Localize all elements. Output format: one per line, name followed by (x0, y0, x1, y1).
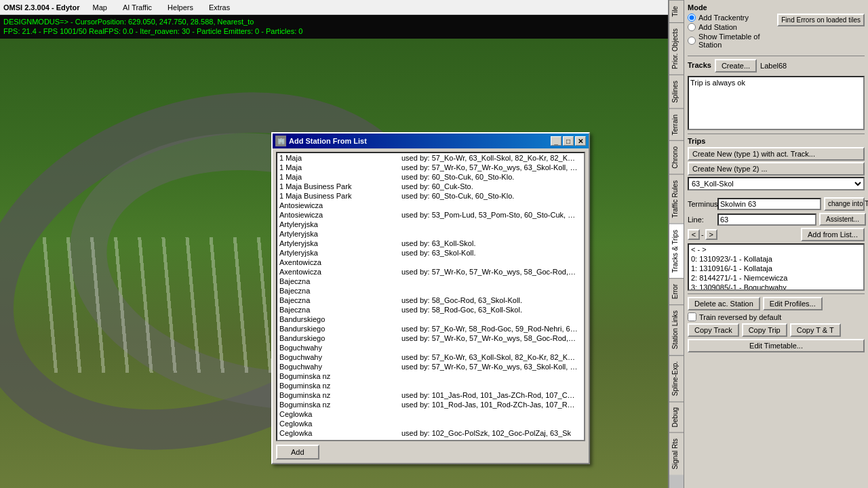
train-reversed-checkbox[interactable] (688, 312, 696, 321)
create-type2-button[interactable]: Create New (type 2) ... (688, 162, 865, 176)
right-panel-tabs: Tile Prior. Objects Splines Terrain Chro… (669, 0, 684, 488)
modal-station-used: used by: 57_Wr-Ko, 57_Wr-Ko_wys, 58_Goc-… (401, 268, 578, 276)
modal-station-row[interactable]: 1 Majaused by: 57_Wr-Ko, 57_Wr-Ko_wys, 6… (277, 163, 584, 172)
modal-station-row[interactable]: Boguminska nzused by: 101_Jas-Rod, 101_J… (277, 390, 584, 400)
right-station-item[interactable]: 2: 8144271/-1 - Niemcewicza (689, 273, 863, 283)
modal-station-row[interactable]: Boguchwahy (277, 343, 584, 352)
tab-spline-exp[interactable]: Spline-Exp. (669, 355, 684, 401)
create-type1-button[interactable]: Create New (type 1) with act. Track... (688, 147, 865, 161)
trip-box-text: Trip is always ok (690, 79, 745, 87)
modal-station-row[interactable]: Artyleryjskaused by: 63_Koll-Skol. (277, 239, 584, 248)
copy-track-button[interactable]: Copy Track (688, 323, 739, 337)
modal-minimize-btn[interactable]: _ (551, 136, 561, 146)
modal-station-used: used by: 60_Sto-Cuk, 60_Sto-Klo. (401, 192, 514, 200)
modal-station-row[interactable]: Axentowicza (277, 258, 584, 267)
modal-station-row[interactable]: Boguminska nzused by: 101_Rod-Jas, 101_R… (277, 400, 584, 409)
edit-timetable-button[interactable]: Edit Timetable... (688, 339, 865, 352)
tab-tracks-trips[interactable]: Tracks & Trips (669, 224, 684, 279)
modal-station-used: used by: 102_Goc-PolSzk, 102_Goc-PolZaj,… (401, 429, 571, 437)
modal-station-row[interactable]: Bajecznaused by: 58_Goc-Rod, 63_Skol-Kol… (277, 296, 584, 305)
nav-back-button[interactable]: < (688, 229, 700, 240)
modal-content: 1 Majaused by: 57_Ko-Wr, 63_Koll-Skol, 8… (273, 148, 589, 463)
right-panel-content: Mode Add Trackentry Add Station Show Tim… (684, 0, 868, 488)
tab-terrain[interactable]: Terrain (669, 108, 684, 141)
copy-trip-button[interactable]: Copy Trip (742, 323, 787, 337)
modal-station-name: Boguminska nz (279, 391, 401, 399)
tab-station-links[interactable]: Station Links (669, 304, 684, 354)
change-type-button[interactable]: change into Type 2 (824, 197, 865, 211)
right-station-item[interactable]: < - > (689, 245, 863, 254)
modal-station-row[interactable]: Boguchwahyused by: 57_Wr-Ko, 57_Wr-Ko_wy… (277, 362, 584, 371)
modal-station-row[interactable]: Ceglowkaused by: 102_Goc-PolSzk, 102_Goc… (277, 428, 584, 438)
tab-prior-objects[interactable]: Prior. Objects (669, 22, 684, 75)
modal-station-row[interactable]: Ceglowkaused by: 102_PolSzk-Goc, 102_Pol… (277, 438, 584, 441)
modal-station-row[interactable]: Bandurskiegoused by: 57_Ko-Wr, 58_Rod-Go… (277, 324, 584, 333)
modal-station-row[interactable]: 1 Majaused by: 57_Ko-Wr, 63_Koll-Skol, 8… (277, 153, 584, 163)
station-list-box[interactable]: < - >0: 1310923/-1 - Kollataja1: 1310916… (688, 243, 865, 291)
modal-station-name: Artyleryjska (279, 230, 401, 238)
station-list-section: < - > Add from List... < - >0: 1310923/-… (688, 228, 865, 291)
nav-forward-button[interactable]: > (705, 229, 717, 240)
add-from-list-button[interactable]: Add from List... (801, 228, 865, 241)
modal-station-row[interactable]: Bajeczna (277, 277, 584, 286)
right-station-item[interactable]: 3: 1309085/-1 - Boguchwahy (689, 283, 863, 291)
modal-close-btn[interactable]: ✕ (575, 136, 586, 146)
right-station-item[interactable]: 1: 1310916/-1 - Kollataja (689, 264, 863, 273)
line-row: Line: Assistent... (688, 213, 865, 226)
modal-station-row[interactable]: Bandurskiegoused by: 57_Wr-Ko, 57_Wr-Ko_… (277, 333, 584, 343)
modal-station-row[interactable]: Antosiewicza (277, 201, 584, 210)
modal-station-row[interactable]: Ceglowka (277, 409, 584, 419)
modal-station-name: Ceglowka (279, 429, 401, 437)
modal-maximize-btn[interactable]: □ (563, 136, 574, 146)
modal-station-row[interactable]: Antosiewiczaused by: 53_Pom-Lud, 53_Pom-… (277, 210, 584, 220)
radio-add-station[interactable] (688, 23, 696, 31)
tab-chrono[interactable]: Chrono (669, 140, 684, 174)
tab-error[interactable]: Error (669, 278, 684, 304)
copy-tt-button[interactable]: Copy T & T (790, 323, 841, 337)
tab-tile[interactable]: Tile (669, 0, 684, 22)
right-station-item[interactable]: 0: 1310923/-1 - Kollataja (689, 254, 863, 264)
modal-station-row[interactable]: Boguminska nz (277, 381, 584, 390)
modal-station-row[interactable]: Boguchwahyused by: 57_Ko-Wr, 63_Koll-Sko… (277, 352, 584, 362)
modal-station-row[interactable]: Axentowiczaused by: 57_Wr-Ko, 57_Wr-Ko_w… (277, 267, 584, 277)
modal-station-row[interactable]: Artyleryjska (277, 220, 584, 229)
modal-icon: 🏢 (275, 136, 286, 146)
modal-station-row[interactable]: 1 Maja Business Parkused by: 60_Sto-Cuk,… (277, 191, 584, 201)
tab-signal-rts[interactable]: Signal Rts (669, 432, 684, 475)
line-input[interactable] (717, 214, 816, 226)
modal-station-name: Bajeczna (279, 277, 401, 285)
trips-dropdown[interactable]: 63_Koll-Skol (688, 177, 865, 190)
modal-station-row[interactable]: 1 Maja Business Parkused by: 60_Cuk-Sto. (277, 182, 584, 191)
tab-debug[interactable]: Debug (669, 401, 684, 432)
modal-station-name: Ceglowka (279, 420, 401, 428)
modal-station-used: used by: 101_Rod-Jas, 101_Rod-ZCh-Jas, 1… (401, 401, 578, 409)
modal-station-row[interactable]: Artyleryjskaused by: 63_Skol-Koll. (277, 248, 584, 258)
line-label: Line: (688, 216, 715, 224)
modal-add-button[interactable]: Add (276, 445, 319, 460)
terminus-input[interactable] (717, 198, 821, 210)
modal-station-row[interactable]: Bajeczna (277, 286, 584, 296)
train-reversed-row: Train reversed by default (688, 312, 865, 321)
radio-show-timetable[interactable] (688, 37, 696, 45)
modal-station-name: 1 Maja (279, 163, 401, 171)
modal-station-row[interactable]: Boguminska nz (277, 371, 584, 381)
tab-splines[interactable]: Splines (669, 75, 684, 108)
assistent-button[interactable]: Assistent... (819, 213, 866, 226)
copy-buttons-row: Copy Track Copy Trip Copy T & T (688, 323, 865, 337)
modal-station-row[interactable]: Bandurskiego (277, 314, 584, 324)
modal-station-row[interactable]: 1 Majaused by: 60_Sto-Cuk, 60_Sto-Klo. (277, 172, 584, 182)
modal-station-row[interactable]: Bajecznaused by: 58_Rod-Goc, 63_Koll-Sko… (277, 305, 584, 314)
radio-add-trackentry[interactable] (688, 14, 696, 22)
modal-station-row[interactable]: Artyleryjska (277, 229, 584, 239)
modal-station-name: Boguchwahy (279, 344, 401, 352)
modal-station-row[interactable]: Ceglowka (277, 419, 584, 428)
station-list-container[interactable]: 1 Majaused by: 57_Ko-Wr, 63_Koll-Skol, 8… (276, 152, 585, 441)
delete-station-button[interactable]: Delete ac. Station (688, 297, 760, 310)
modal-titlebar[interactable]: 🏢 Add Station From List _ □ ✕ (273, 134, 589, 148)
trips-label: Trips (688, 137, 705, 145)
track-label68: Label68 (760, 62, 787, 70)
edit-profiles-button[interactable]: Edit Profiles... (763, 297, 823, 310)
tab-traffic-rules[interactable]: Traffic Rules (669, 174, 684, 224)
find-errors-button[interactable]: Find Errors on loaded tiles (777, 14, 865, 26)
create-track-button[interactable]: Create... (715, 59, 757, 73)
